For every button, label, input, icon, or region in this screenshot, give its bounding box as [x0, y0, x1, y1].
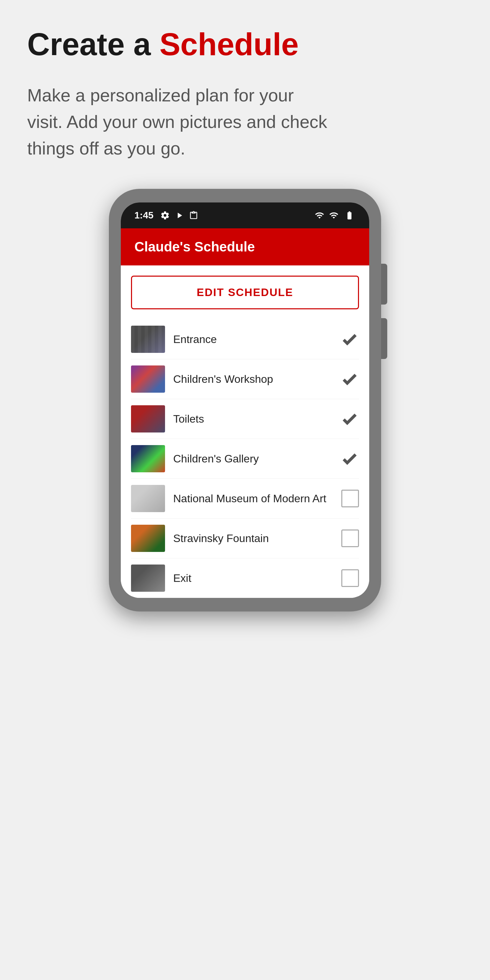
status-right [315, 211, 356, 220]
item-thumbnail-gallery [131, 445, 165, 472]
phone-screen: 1:45 [121, 202, 369, 598]
wifi-icon [315, 211, 324, 220]
settings-icon [160, 211, 170, 220]
list-item[interactable]: Children's Workshop [131, 360, 359, 399]
list-item[interactable]: Stravinsky Fountain [131, 519, 359, 558]
item-label: Stravinsky Fountain [173, 532, 333, 545]
page-title: Create a Schedule [27, 27, 463, 62]
page-description: Make a personalized plan for your visit.… [27, 82, 334, 162]
checkmark-checked [340, 330, 359, 349]
item-thumbnail-entrance [131, 326, 165, 353]
phone-container: 1:45 [27, 189, 463, 611]
signal-icon [329, 211, 339, 220]
check-icon [340, 450, 358, 468]
item-thumbnail-museum [131, 485, 165, 512]
title-plain: Create a [27, 27, 159, 62]
list-item[interactable]: Toilets [131, 399, 359, 439]
item-label: National Museum of Modern Art [173, 492, 333, 505]
item-label: Entrance [173, 333, 332, 346]
item-label: Toilets [173, 413, 332, 425]
status-bar: 1:45 [121, 202, 369, 228]
item-thumbnail-exit [131, 565, 165, 592]
status-icons [160, 211, 198, 220]
checkmark-checked [340, 409, 359, 428]
check-icon [340, 410, 358, 428]
checkbox-unchecked[interactable] [341, 569, 359, 587]
battery-icon [343, 211, 356, 220]
item-thumbnail-workshop [131, 366, 165, 393]
app-bar-title: Claude's Schedule [134, 239, 356, 255]
page-wrapper: Create a Schedule Make a personalized pl… [0, 0, 490, 646]
edit-button-label: EDIT SCHEDULE [197, 286, 293, 298]
checkbox-unchecked[interactable] [341, 490, 359, 508]
checkmark-checked [340, 369, 359, 388]
title-highlight: Schedule [159, 27, 299, 62]
item-label: Exit [173, 572, 333, 585]
check-icon [340, 370, 358, 388]
status-time: 1:45 [134, 210, 153, 221]
play-icon [175, 211, 184, 220]
schedule-list: Entrance Children's Workshop [131, 320, 359, 598]
checkmark-checked [340, 449, 359, 468]
list-item[interactable]: National Museum of Modern Art [131, 479, 359, 519]
checkbox-unchecked[interactable] [341, 530, 359, 547]
item-thumbnail-fountain [131, 525, 165, 552]
status-left: 1:45 [134, 210, 198, 221]
list-item[interactable]: Entrance [131, 320, 359, 360]
list-item[interactable]: Exit [131, 558, 359, 598]
phone-mockup: 1:45 [109, 189, 381, 611]
app-bar: Claude's Schedule [121, 228, 369, 266]
edit-schedule-button[interactable]: EDIT SCHEDULE [131, 275, 359, 309]
list-item[interactable]: Children's Gallery [131, 439, 359, 479]
item-thumbnail-toilets [131, 405, 165, 433]
check-icon [340, 331, 358, 348]
item-label: Children's Gallery [173, 453, 332, 465]
app-body: EDIT SCHEDULE Entrance [121, 266, 369, 598]
clipboard-icon [189, 211, 198, 220]
item-label: Children's Workshop [173, 373, 332, 385]
